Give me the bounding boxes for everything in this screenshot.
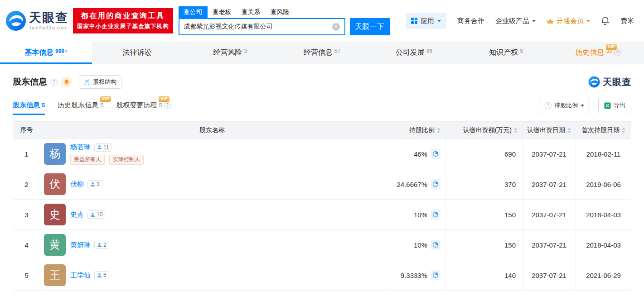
row-index: 1 — [13, 139, 40, 169]
shareholder-name-link[interactable]: 黄妍琳 — [70, 241, 91, 249]
help-icon[interactable]: ? — [164, 102, 171, 109]
export-button[interactable]: 导出 — [598, 98, 631, 113]
sort-icon[interactable] — [514, 128, 518, 133]
header-first-date[interactable]: 首次持股日期 — [576, 122, 631, 139]
row-index: 5 — [13, 260, 40, 291]
tab-company-development[interactable]: 公司发展96 — [368, 42, 460, 64]
first-date-value: 2018-04-03 — [576, 230, 631, 260]
shareholders-table: 序号 股东名称 持股比例 认缴出资额(万元) 认缴出资日期 首次持股日期 1 杨 — [13, 121, 631, 291]
export-label: 导出 — [614, 101, 625, 110]
tab-history-info[interactable]: 历史信息 32 VIP ? — [552, 42, 644, 64]
open-vip-menu[interactable]: 开通会员 — [547, 17, 590, 25]
tab-operating-risk[interactable]: 经营风险3 — [184, 42, 276, 64]
date-value: 2037-07-21 — [523, 139, 576, 169]
row-index: 2 — [13, 169, 40, 200]
tab-count: 999+ — [55, 48, 68, 54]
tab-label: 基本信息 — [24, 48, 53, 57]
tag-beneficial-owner[interactable]: 受益所有人 — [70, 155, 105, 165]
tab-intellectual-property[interactable]: 知识产权9 — [460, 42, 552, 64]
avatar[interactable]: 王 — [44, 264, 66, 286]
tianyancha-watermark: 天眼查 — [588, 76, 631, 88]
relations-count: 5 — [103, 272, 107, 278]
table-row: 3 史 史青 10 — [13, 200, 631, 230]
apps-menu[interactable]: 应用 — [406, 13, 446, 29]
table-header-row: 序号 股东名称 持股比例 认缴出资额(万元) 认缴出资日期 首次持股日期 — [13, 122, 631, 139]
relations-badge[interactable]: 5 — [94, 271, 109, 279]
header-amount[interactable]: 认缴出资额(万元) — [445, 122, 523, 139]
relations-count: 10 — [97, 211, 102, 218]
header-date-label: 认缴出资日期 — [527, 126, 565, 134]
ratio-filter-button[interactable]: ? 持股比例 — [539, 98, 590, 113]
shareholder-name-link[interactable]: 史青 — [70, 210, 84, 219]
avatar[interactable]: 黄 — [44, 234, 66, 256]
help-icon[interactable]: ? — [614, 49, 621, 56]
avatar[interactable]: 伏 — [44, 173, 66, 195]
shareholder-name-link[interactable]: 王学仙 — [70, 271, 91, 280]
header-no: 序号 — [13, 122, 40, 139]
person-icon — [97, 145, 102, 150]
header-ratio[interactable]: 持股比例 — [384, 122, 445, 139]
row-index: 4 — [13, 230, 40, 260]
tag-actual-controller[interactable]: 实际控制人 — [109, 155, 144, 165]
tab-label: 经营信息 — [304, 48, 333, 57]
header-date[interactable]: 认缴出资日期 — [523, 122, 576, 139]
pie-chart-icon[interactable] — [431, 149, 441, 159]
subtab-count: 5 — [42, 102, 45, 109]
date-value: 2037-07-21 — [523, 260, 576, 291]
subtab-history-shareholders[interactable]: 历史股东信息 5 VIP — [58, 101, 103, 115]
search-input[interactable] — [179, 23, 332, 30]
chevron-down-icon — [581, 105, 584, 107]
search-tab-boss[interactable]: 查老板 — [208, 6, 237, 18]
header-amount-label: 认缴出资额(万元) — [463, 126, 512, 134]
equity-structure-button[interactable]: 股权结构 — [79, 75, 121, 89]
relations-badge[interactable]: 10 — [87, 210, 105, 219]
ratio-value: 46% — [414, 150, 427, 158]
subscribe-bell-icon[interactable] — [61, 77, 72, 87]
relations-badge[interactable]: 3 — [87, 180, 102, 188]
table-row: 2 伏 伏柳 3 — [13, 169, 631, 200]
tab-label: 公司发展 — [396, 48, 425, 57]
help-icon[interactable]: ? — [51, 79, 58, 86]
pie-chart-icon[interactable] — [431, 240, 441, 250]
sort-icon[interactable] — [437, 128, 441, 133]
avatar[interactable]: 史 — [44, 204, 66, 225]
ratio-filter-label: 持股比例 — [554, 101, 578, 110]
sort-icon[interactable] — [567, 128, 571, 133]
tianyancha-logo-icon — [588, 76, 600, 88]
amount-value: 150 — [445, 200, 523, 230]
search-tab-risk[interactable]: 查风险 — [266, 6, 295, 18]
relations-badge[interactable]: 2 — [94, 241, 109, 249]
tab-legal-litigation[interactable]: 法律诉讼 — [92, 42, 184, 64]
username-link[interactable]: 费米 — [620, 17, 634, 25]
relations-badge[interactable]: 11 — [94, 143, 111, 152]
amount-value: 150 — [445, 230, 523, 260]
tianyancha-logo[interactable]: 天眼查 TianYanCha.com — [5, 10, 68, 31]
enterprise-products-menu[interactable]: 企业级产品 — [495, 17, 536, 25]
relations-count: 3 — [97, 181, 100, 187]
search-button[interactable]: 天眼一下 — [350, 18, 390, 35]
first-date-value: 2021-06-29 — [576, 260, 631, 291]
shareholder-name-link[interactable]: 伏柳 — [70, 180, 84, 189]
first-date-value: 2018-02-11 — [576, 139, 631, 169]
subtab-equity-changes[interactable]: 股权变更历程 5 VIP ? — [116, 101, 170, 115]
sort-icon[interactable] — [622, 128, 625, 133]
pie-chart-icon[interactable] — [431, 210, 441, 220]
avatar[interactable]: 杨 — [44, 143, 66, 165]
business-cooperation-link[interactable]: 商务合作 — [457, 17, 484, 25]
table-row: 1 杨 杨若琳 11 — [13, 139, 631, 169]
search-tab-company[interactable]: 查公司 — [179, 6, 208, 18]
search-area: 查公司 查老板 查关系 查风险 × 天眼一下 — [179, 6, 390, 35]
pie-chart-icon[interactable] — [431, 270, 441, 280]
ratio-value: 10% — [414, 241, 427, 249]
search-tab-relation[interactable]: 查关系 — [237, 6, 266, 18]
tab-business-info[interactable]: 经营信息57 — [276, 42, 368, 64]
date-value: 2037-07-21 — [523, 200, 576, 230]
subtab-shareholders[interactable]: 股东信息 5 — [13, 101, 45, 115]
clear-icon[interactable]: × — [332, 23, 340, 31]
pie-chart-icon[interactable] — [431, 179, 441, 189]
shareholder-name-link[interactable]: 杨若琳 — [70, 143, 91, 152]
tab-basic-info[interactable]: 基本信息999+ — [0, 42, 92, 64]
tianyancha-logo-icon — [5, 10, 26, 31]
shareholder-section: 股东信息 ? 股权结构 — [0, 75, 644, 291]
notification-bell-icon[interactable] — [601, 16, 610, 25]
